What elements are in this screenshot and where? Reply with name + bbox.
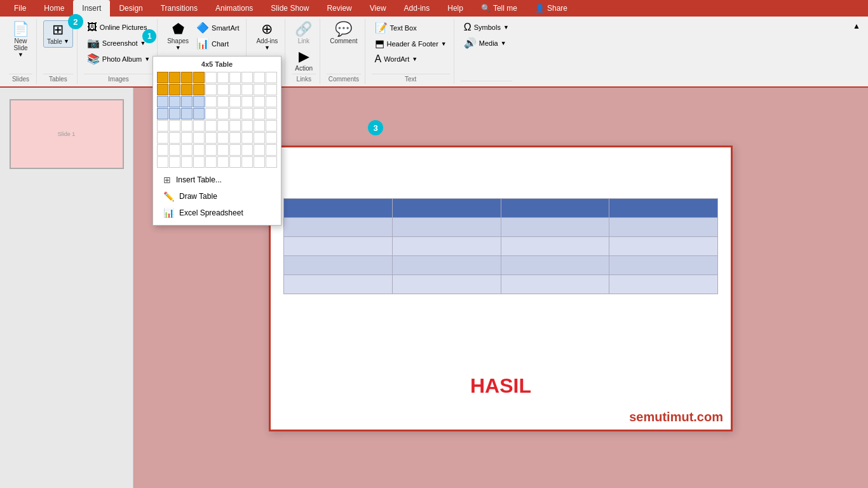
tab-design[interactable]: Design [110, 0, 151, 17]
grid-cell[interactable] [254, 84, 265, 95]
grid-cell[interactable] [169, 120, 180, 132]
grid-cell[interactable] [241, 72, 253, 83]
grid-cell[interactable] [217, 96, 229, 107]
grid-cell[interactable] [217, 84, 229, 95]
media-button[interactable]: 🔊 Media ▼ [461, 36, 510, 50]
grid-cell[interactable] [157, 84, 168, 95]
grid-cell[interactable] [266, 72, 277, 83]
grid-cell[interactable] [229, 108, 241, 119]
grid-cell[interactable] [229, 96, 241, 107]
grid-cell[interactable] [254, 120, 265, 132]
grid-cell[interactable] [181, 84, 193, 95]
grid-cell[interactable] [193, 144, 205, 156]
media-arrow[interactable]: ▼ [501, 40, 506, 46]
new-slide-arrow[interactable]: ▼ [18, 51, 24, 58]
tab-animations[interactable]: Animations [207, 0, 262, 17]
grid-cell[interactable] [241, 156, 253, 168]
grid-cell[interactable] [181, 108, 193, 119]
grid-cell[interactable] [169, 72, 180, 83]
wordart-arrow[interactable]: ▼ [412, 56, 417, 62]
grid-cell[interactable] [254, 96, 265, 107]
grid-cell[interactable] [169, 108, 180, 119]
grid-cell[interactable] [205, 96, 217, 107]
grid-cell[interactable] [254, 108, 265, 119]
tab-share[interactable]: 👤 Share [526, 0, 576, 17]
grid-cell[interactable] [254, 144, 265, 156]
photo-album-button[interactable]: 📚 Photo Album ▼ [84, 51, 153, 66]
grid-cell[interactable] [169, 96, 180, 107]
grid-cell[interactable] [181, 144, 193, 156]
grid-cell[interactable] [157, 72, 168, 83]
textbox-button[interactable]: 📝 Text Box [372, 20, 420, 35]
grid-cell[interactable] [229, 72, 241, 83]
grid-cell[interactable] [217, 156, 229, 168]
grid-cell[interactable] [205, 120, 217, 132]
ribbon-collapse-button[interactable]: ▲ [850, 19, 863, 33]
tab-insert[interactable]: Insert [73, 0, 110, 17]
grid-cell[interactable] [266, 108, 277, 119]
header-footer-button[interactable]: ⬒ Header & Footer ▼ [372, 36, 450, 51]
grid-cell[interactable] [181, 156, 193, 168]
grid-cell[interactable] [217, 108, 229, 119]
grid-cell[interactable] [157, 144, 168, 156]
grid-cell[interactable] [254, 156, 265, 168]
tab-tellme[interactable]: 🔍 Tell me [472, 0, 526, 17]
excel-spreadsheet-menu-item[interactable]: 📊 Excel Spreadsheet [157, 205, 277, 221]
grid-cell[interactable] [157, 96, 168, 107]
link-button[interactable]: 🔗 Link [292, 20, 315, 46]
grid-cell[interactable] [241, 96, 253, 107]
grid-cell[interactable] [169, 156, 180, 168]
grid-cell[interactable] [241, 108, 253, 119]
symbols-button[interactable]: Ω Symbols ▼ [461, 20, 512, 34]
grid-cell[interactable] [266, 84, 277, 95]
shapes-arrow[interactable]: ▼ [175, 44, 181, 51]
tab-home[interactable]: Home [35, 0, 73, 17]
grid-cell[interactable] [169, 132, 180, 144]
addins-arrow[interactable]: ▼ [264, 44, 270, 51]
grid-cell[interactable] [266, 96, 277, 107]
grid-cell[interactable] [205, 72, 217, 83]
grid-cell[interactable] [205, 84, 217, 95]
grid-cell[interactable] [193, 96, 205, 107]
grid-cell[interactable] [169, 84, 180, 95]
grid-cell[interactable] [157, 132, 168, 144]
grid-cell[interactable] [229, 120, 241, 132]
grid-cell[interactable] [266, 144, 277, 156]
grid-cell[interactable] [205, 156, 217, 168]
tab-help[interactable]: Help [438, 0, 472, 17]
grid-cell[interactable] [181, 72, 193, 83]
addins-button[interactable]: ⊕ Add-ins ▼ [253, 20, 281, 53]
grid-cell[interactable] [205, 108, 217, 119]
online-pictures-button[interactable]: 🖼 Online Pictures [84, 20, 151, 34]
tab-view[interactable]: View [361, 0, 395, 17]
grid-cell[interactable] [205, 144, 217, 156]
wordart-button[interactable]: A WordArt ▼ [372, 52, 421, 66]
grid-cell[interactable] [193, 84, 205, 95]
tab-file[interactable]: File [5, 0, 35, 17]
grid-cell[interactable] [181, 96, 193, 107]
grid-cell[interactable] [193, 108, 205, 119]
grid-cell[interactable] [193, 156, 205, 168]
grid-cell[interactable] [217, 72, 229, 83]
draw-table-menu-item[interactable]: ✏️ Draw Table [157, 188, 277, 205]
insert-table-menu-item[interactable]: ⊞ Insert Table... [157, 172, 277, 188]
slide-thumbnail-1[interactable]: 1 Slide 1 [3, 99, 130, 169]
grid-cell[interactable] [229, 84, 241, 95]
grid-cell[interactable] [181, 132, 193, 144]
shapes-button[interactable]: ⬟ Shapes ▼ [164, 20, 192, 53]
action-button[interactable]: ▶ Action [292, 48, 316, 74]
new-slide-button[interactable]: 📄 New Slide ▼ [9, 20, 32, 60]
tab-review[interactable]: Review [318, 0, 360, 17]
header-footer-arrow[interactable]: ▼ [441, 41, 447, 47]
grid-cell[interactable] [157, 108, 168, 119]
grid-cell[interactable] [217, 120, 229, 132]
grid-cell[interactable] [266, 132, 277, 144]
grid-cell[interactable] [157, 156, 168, 168]
table-button[interactable]: ⊞ Table ▼ 2 [43, 20, 73, 48]
grid-cell[interactable] [241, 120, 253, 132]
tab-transitions[interactable]: Transitions [152, 0, 207, 17]
grid-cell[interactable] [229, 144, 241, 156]
photo-album-arrow[interactable]: ▼ [144, 56, 150, 62]
grid-cell[interactable] [193, 132, 205, 144]
grid-cell[interactable] [169, 144, 180, 156]
